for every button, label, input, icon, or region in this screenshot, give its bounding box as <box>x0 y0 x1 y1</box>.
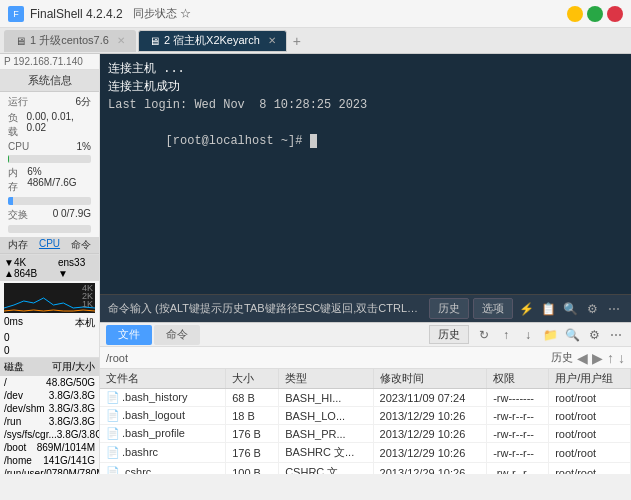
metric-cpu-value: 1% <box>77 141 91 152</box>
table-row[interactable]: 📄.bash_logout 18 B BASH_LO... 2013/12/29… <box>100 407 631 425</box>
disk-section: 磁盘 可用/大小 / 48.8G/50G /dev 3.8G/3.8G /dev… <box>0 357 99 474</box>
upload-icon[interactable]: ↑ <box>497 326 515 344</box>
path-back-icon[interactable]: ◀ <box>577 350 588 366</box>
proc-col-mem[interactable]: 内存 <box>2 238 34 252</box>
more-icon[interactable]: ⋯ <box>605 300 623 318</box>
disk-avail: 780M/780M <box>52 468 100 474</box>
host-label: 本机 <box>75 316 95 330</box>
window-controls <box>567 6 623 22</box>
tab-keyarch-close[interactable]: ✕ <box>268 35 276 46</box>
cell-modified: 2013/12/29 10:26 <box>373 443 487 463</box>
disk-row: /dev 3.8G/3.8G <box>0 389 99 402</box>
close-button[interactable] <box>607 6 623 22</box>
disk-avail: 141G/141G <box>43 455 95 466</box>
tab-centos-close[interactable]: ✕ <box>117 35 125 46</box>
tab-centos-label: 1 升级centos7.6 <box>30 33 109 48</box>
cell-size: 68 B <box>226 389 279 407</box>
proc-col-cpu[interactable]: CPU <box>34 238 66 252</box>
minimize-button[interactable] <box>567 6 583 22</box>
table-row[interactable]: 📄.bash_history 68 B BASH_HI... 2023/11/0… <box>100 389 631 407</box>
table-row[interactable]: 📄.bashrc 176 B BASHRC 文... 2013/12/29 10… <box>100 443 631 463</box>
file-icon: 📄 <box>106 446 120 459</box>
disk-row: /home 141G/141G <box>0 454 99 467</box>
option-button[interactable]: 选项 <box>473 298 513 319</box>
more-fm-icon[interactable]: ⋯ <box>607 326 625 344</box>
network-row3: 0 <box>0 344 99 357</box>
cell-type: BASH_HI... <box>279 389 373 407</box>
history-button[interactable]: 历史 <box>429 298 469 319</box>
chart-label-1k: 1K <box>82 299 93 309</box>
swap-gauge <box>8 225 91 233</box>
path-upload-icon[interactable]: ↑ <box>607 350 614 366</box>
network-header: ▼4K ▲864B ens33 ▼ <box>0 255 99 281</box>
path-history: 历史 ◀ ▶ ↑ ↓ <box>551 350 625 366</box>
table-row[interactable]: 📄.bash_profile 176 B BASH_PR... 2013/12/… <box>100 425 631 443</box>
col-type[interactable]: 类型 <box>279 369 373 389</box>
file-icon: 📄 <box>106 466 120 474</box>
history-label: 历史 <box>551 350 573 365</box>
tab-centos-icon: 🖥 <box>15 35 26 47</box>
gear-icon[interactable]: ⚙ <box>583 300 601 318</box>
disk-row: /dev/shm 3.8G/3.8G <box>0 402 99 415</box>
tab-keyarch[interactable]: 🖥 2 宿主机X2Keyarch ✕ <box>138 30 287 52</box>
fm-tab-files[interactable]: 文件 <box>106 325 152 345</box>
network-rtt: 0ms 本机 <box>0 315 99 331</box>
col-owner[interactable]: 用户/用户组 <box>549 369 631 389</box>
metric-swap: 交换 0 0/7.9G <box>4 207 95 223</box>
table-row[interactable]: 📄.cshrc 100 B CSHRC 文... 2013/12/29 10:2… <box>100 463 631 475</box>
disk-path: / <box>4 377 7 388</box>
col-filename[interactable]: 文件名 <box>100 369 226 389</box>
metric-runtime-value: 6分 <box>75 95 91 109</box>
cpu-gauge-fill <box>8 155 9 163</box>
proc-col-cmd[interactable]: 命令 <box>65 238 97 252</box>
col-perms[interactable]: 权限 <box>487 369 549 389</box>
cell-perms: -rw-r--r-- <box>487 407 549 425</box>
metric-load-label: 负载 <box>8 111 27 139</box>
cell-perms: -rw-r--r-- <box>487 425 549 443</box>
disk-row: /boot 869M/1014M <box>0 441 99 454</box>
file-manager: 文件 命令 历史 ↻ ↑ ↓ 📁 🔍 ⚙ ⋯ /root 历 <box>100 322 631 474</box>
cell-type: CSHRC 文... <box>279 463 373 475</box>
disk-path: /home <box>4 455 32 466</box>
disk-row: /sys/fs/cgr... 3.8G/3.8G <box>0 428 99 441</box>
cell-owner: root/root <box>549 463 631 475</box>
refresh-icon[interactable]: ↻ <box>475 326 493 344</box>
col-modified[interactable]: 修改时间 <box>373 369 487 389</box>
lightning-icon[interactable]: ⚡ <box>517 300 535 318</box>
tab-centos[interactable]: 🖥 1 升级centos7.6 ✕ <box>4 30 136 52</box>
file-icon: 📄 <box>106 427 120 440</box>
sidebar: P 192.168.71.140 系统信息 运行 6分 负载 0.00, 0.0… <box>0 54 100 474</box>
path-forward-icon[interactable]: ▶ <box>592 350 603 366</box>
cell-size: 176 B <box>226 443 279 463</box>
cpu-gauge-container <box>4 153 95 165</box>
path-bar: /root 历史 ◀ ▶ ↑ ↓ <box>100 347 631 369</box>
disk-path: /dev <box>4 390 23 401</box>
terminal-cursor <box>310 134 317 148</box>
path-download-icon[interactable]: ↓ <box>618 350 625 366</box>
new-folder-icon[interactable]: 📁 <box>541 326 559 344</box>
path-text: /root <box>106 352 128 364</box>
table-header: 文件名 大小 类型 修改时间 权限 用户/用户组 <box>100 369 631 389</box>
col-size[interactable]: 大小 <box>226 369 279 389</box>
metric-cpu-label: CPU <box>8 141 29 152</box>
cell-filename: 📄.bashrc <box>100 443 226 463</box>
fm-history-btn[interactable]: 历史 <box>429 325 469 344</box>
disk-path-label: 磁盘 <box>4 360 24 374</box>
copy-icon[interactable]: 📋 <box>539 300 557 318</box>
sync-status[interactable]: 同步状态 ☆ <box>129 4 195 23</box>
settings-fm-icon[interactable]: ⚙ <box>585 326 603 344</box>
search-fm-icon[interactable]: 🔍 <box>563 326 581 344</box>
terminal[interactable]: 连接主机 ... 连接主机成功 Last login: Wed Nov 8 10… <box>100 54 631 294</box>
cmd-icon-group: ⚡ 📋 🔍 ⚙ ⋯ <box>517 300 623 318</box>
download-icon[interactable]: ↓ <box>519 326 537 344</box>
command-hint[interactable]: 命令输入 (按ALT键提示历史TAB键路径ESC键返回,双击CTRL切换) <box>108 301 425 316</box>
fm-tab-cmd[interactable]: 命令 <box>154 325 200 345</box>
metric-mem-value: 6% 486M/7.6G <box>27 166 91 194</box>
disk-path: /run <box>4 416 21 427</box>
disk-row: /run/user/0 780M/780M <box>0 467 99 474</box>
cell-owner: root/root <box>549 389 631 407</box>
search-icon[interactable]: 🔍 <box>561 300 579 318</box>
add-tab-button[interactable]: + <box>289 33 305 49</box>
disk-avail: 3.8G/3.8G <box>49 416 95 427</box>
maximize-button[interactable] <box>587 6 603 22</box>
